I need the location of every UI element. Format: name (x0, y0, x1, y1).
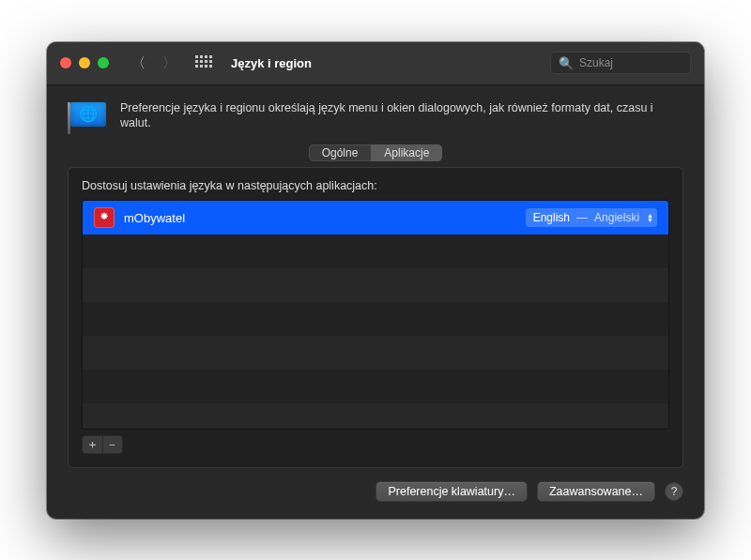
advanced-button[interactable]: Zaawansowane… (537, 481, 655, 502)
language-dropdown[interactable]: English — Angielski ▲▼ (526, 208, 657, 227)
app-row-empty (83, 302, 668, 336)
app-row-empty (83, 268, 668, 302)
remove-button[interactable]: － (103, 436, 123, 453)
close-window-button[interactable] (60, 57, 71, 68)
apps-list[interactable]: mObywatel English — Angielski ▲▼ (82, 200, 669, 429)
app-name: mObywatel (124, 211, 185, 225)
keyboard-prefs-button[interactable]: Preferencje klawiatury… (376, 481, 527, 502)
back-button[interactable]: 〈 (131, 54, 146, 72)
titlebar: 〈 〉 Język i region 🔍 (47, 42, 704, 85)
add-remove-control: ＋ － (82, 435, 123, 454)
app-row-empty (83, 336, 668, 370)
app-row-empty (83, 235, 668, 268)
app-row-empty (83, 370, 668, 403)
search-field[interactable]: 🔍 (550, 52, 691, 74)
footer: Preferencje klawiatury… Zaawansowane… ? (68, 481, 683, 502)
minimize-window-button[interactable] (79, 57, 90, 68)
help-button[interactable]: ? (665, 482, 683, 501)
preferences-window: 〈 〉 Język i region 🔍 🌐 Preferencje język… (47, 42, 704, 519)
show-all-prefs-button[interactable] (195, 55, 210, 70)
language-primary: English (533, 211, 570, 224)
chevron-updown-icon: ▲▼ (647, 213, 653, 222)
add-button[interactable]: ＋ (83, 436, 103, 453)
app-row[interactable]: mObywatel English — Angielski ▲▼ (83, 201, 668, 235)
apps-panel: Dostosuj ustawienia języka w następujący… (68, 167, 683, 467)
header-description: Preferencje języka i regionu określają j… (120, 100, 683, 132)
language-region-icon: 🌐 (68, 102, 107, 129)
forward-button[interactable]: 〉 (162, 54, 176, 72)
eagle-icon (98, 211, 111, 224)
zoom-window-button[interactable] (98, 57, 109, 68)
tab-apps[interactable]: Aplikacje (371, 144, 442, 161)
language-secondary: Angielski (594, 211, 639, 224)
search-icon: 🔍 (559, 56, 574, 70)
nav-arrows: 〈 〉 (131, 54, 176, 72)
tab-general[interactable]: Ogólne (309, 144, 372, 161)
app-icon (94, 207, 115, 228)
header-row: 🌐 Preferencje języka i regionu określają… (68, 100, 683, 132)
tab-bar: Ogólne Aplikacje (68, 144, 683, 161)
globe-icon: 🌐 (79, 105, 98, 123)
panel-label: Dostosuj ustawienia języka w następujący… (82, 179, 669, 192)
window-title: Język i region (231, 56, 312, 70)
traffic-lights (60, 57, 109, 68)
content-area: 🌐 Preferencje języka i regionu określają… (47, 85, 704, 519)
search-input[interactable] (579, 56, 682, 69)
app-row-empty (83, 403, 668, 428)
